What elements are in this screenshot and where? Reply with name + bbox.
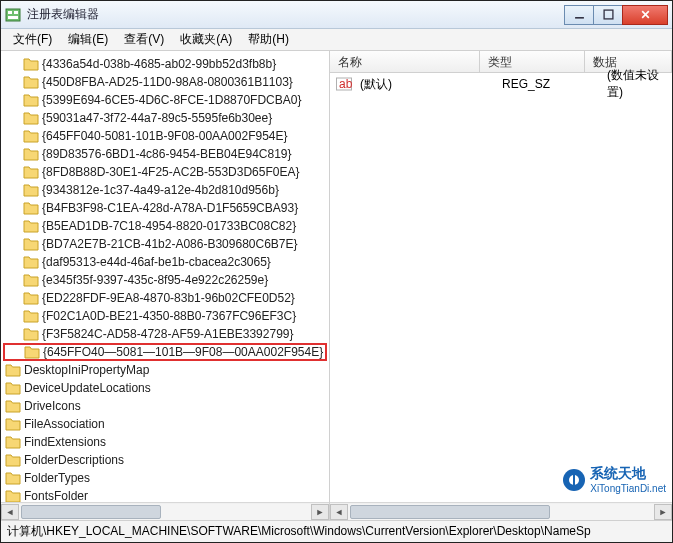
folder-icon — [24, 344, 40, 360]
svg-rect-5 — [604, 10, 613, 19]
svg-rect-0 — [6, 9, 20, 21]
folder-icon — [23, 110, 39, 126]
menu-file[interactable]: 文件(F) — [7, 29, 58, 50]
tree-item[interactable]: {4336a54d-038b-4685-ab02-99bb52d3fb8b} — [3, 55, 327, 73]
value-pane: 名称 类型 数据 ab(默认)REG_SZ(数值未设置) ◄ ► 系统天地 Xi… — [330, 51, 672, 520]
left-h-scrollbar[interactable]: ◄ ► — [1, 502, 329, 520]
svg-rect-11 — [573, 474, 575, 486]
folder-icon — [23, 182, 39, 198]
folder-icon — [23, 128, 39, 144]
folder-icon — [5, 380, 21, 396]
right-h-scrollbar[interactable]: ◄ ► — [330, 502, 672, 520]
tree-item[interactable]: {9343812e-1c37-4a49-a12e-4b2d810d956b} — [3, 181, 327, 199]
tree-item[interactable]: {F02C1A0D-BE21-4350-88B0-7367FC96EF3C} — [3, 307, 327, 325]
tree-label: {59031a47-3f72-44a7-89c5-5595fe6b30ee} — [42, 111, 272, 125]
registry-tree[interactable]: {4336a54d-038b-4685-ab02-99bb52d3fb8b}{4… — [1, 51, 329, 502]
scroll-left-button[interactable]: ◄ — [330, 504, 348, 520]
folder-icon — [5, 452, 21, 468]
tree-item[interactable]: FolderDescriptions — [3, 451, 327, 469]
tree-item[interactable]: DesktopIniPropertyMap — [3, 361, 327, 379]
tree-label: {F02C1A0D-BE21-4350-88B0-7367FC96EF3C} — [42, 309, 296, 323]
scroll-left-button[interactable]: ◄ — [1, 504, 19, 520]
tree-label: {8FD8B88D-30E1-4F25-AC2B-553D3D65F0EA} — [42, 165, 299, 179]
tree-label: FolderDescriptions — [24, 453, 124, 467]
regedit-window: 注册表编辑器 文件(F) 编辑(E) 查看(V) 收藏夹(A) 帮助(H) {4… — [0, 0, 673, 543]
content-area: {4336a54d-038b-4685-ab02-99bb52d3fb8b}{4… — [1, 51, 672, 520]
tree-label: FontsFolder — [24, 489, 88, 502]
tree-label: {e345f35f-9397-435c-8f95-4e922c26259e} — [42, 273, 268, 287]
svg-rect-3 — [8, 16, 18, 19]
value-data: (数值未设置) — [603, 67, 672, 101]
col-header-name[interactable]: 名称 — [330, 51, 480, 72]
tree-label: {645FF040-5081-101B-9F08-00AA002F954E} — [42, 129, 288, 143]
tree-label: FindExtensions — [24, 435, 106, 449]
tree-item[interactable]: {F3F5824C-AD58-4728-AF59-A1EBE3392799} — [3, 325, 327, 343]
scroll-thumb[interactable] — [21, 505, 161, 519]
tree-item[interactable]: {89D83576-6BD1-4c86-9454-BEB04E94C819} — [3, 145, 327, 163]
watermark-text: 系统天地 — [590, 465, 666, 483]
tree-item[interactable]: DeviceUpdateLocations — [3, 379, 327, 397]
value-name: (默认) — [356, 76, 498, 93]
value-row[interactable]: ab(默认)REG_SZ(数值未设置) — [330, 75, 672, 93]
tree-label: {ED228FDF-9EA8-4870-83b1-96b02CFE0D52} — [42, 291, 295, 305]
close-button[interactable] — [622, 5, 668, 25]
scroll-track[interactable] — [348, 504, 654, 520]
folder-icon — [23, 290, 39, 306]
folder-icon — [23, 254, 39, 270]
status-path: 计算机\HKEY_LOCAL_MACHINE\SOFTWARE\Microsof… — [7, 523, 591, 540]
scroll-thumb[interactable] — [350, 505, 550, 519]
tree-label: {89D83576-6BD1-4c86-9454-BEB04E94C819} — [42, 147, 292, 161]
folder-icon — [23, 146, 39, 162]
tree-item[interactable]: {e345f35f-9397-435c-8f95-4e922c26259e} — [3, 271, 327, 289]
tree-item[interactable]: FontsFolder — [3, 487, 327, 502]
tree-item[interactable]: {8FD8B88D-30E1-4F25-AC2B-553D3D65F0EA} — [3, 163, 327, 181]
menu-edit[interactable]: 编辑(E) — [62, 29, 114, 50]
folder-icon — [5, 470, 21, 486]
folder-icon — [23, 164, 39, 180]
tree-label: {B5EAD1DB-7C18-4954-8820-01733BC08C82} — [42, 219, 296, 233]
menu-help[interactable]: 帮助(H) — [242, 29, 295, 50]
tree-item[interactable]: {5399E694-6CE5-4D6C-8FCE-1D8870FDCBA0} — [3, 91, 327, 109]
folder-icon — [5, 362, 21, 378]
tree-item[interactable]: FolderTypes — [3, 469, 327, 487]
statusbar: 计算机\HKEY_LOCAL_MACHINE\SOFTWARE\Microsof… — [1, 520, 672, 542]
titlebar: 注册表编辑器 — [1, 1, 672, 29]
tree-label: {BD7A2E7B-21CB-41b2-A086-B309680C6B7E} — [42, 237, 298, 251]
menu-view[interactable]: 查看(V) — [118, 29, 170, 50]
minimize-button[interactable] — [564, 5, 594, 25]
tree-item[interactable]: {59031a47-3f72-44a7-89c5-5595fe6b30ee} — [3, 109, 327, 127]
tree-item[interactable]: {daf95313-e44d-46af-be1b-cbacea2c3065} — [3, 253, 327, 271]
tree-item[interactable]: FileAssociation — [3, 415, 327, 433]
tree-item[interactable]: {B5EAD1DB-7C18-4954-8820-01733BC08C82} — [3, 217, 327, 235]
svg-rect-1 — [8, 11, 12, 14]
tree-item-highlighted[interactable]: {645FFO40—5081—101B—9F08—00AA002F954E} — [3, 343, 327, 361]
svg-text:ab: ab — [339, 77, 352, 91]
tree-item[interactable]: {ED228FDF-9EA8-4870-83b1-96b02CFE0D52} — [3, 289, 327, 307]
tree-label: {645FFO40—5081—101B—9F08—00AA002F954E} — [43, 345, 323, 359]
tree-label: {9343812e-1c37-4a49-a12e-4b2d810d956b} — [42, 183, 279, 197]
col-header-type[interactable]: 类型 — [480, 51, 585, 72]
folder-icon — [23, 56, 39, 72]
scroll-right-button[interactable]: ► — [311, 504, 329, 520]
folder-icon — [5, 416, 21, 432]
watermark-url: XiTongTianDi.net — [590, 483, 666, 494]
tree-item[interactable]: {450D8FBA-AD25-11D0-98A8-0800361B1103} — [3, 73, 327, 91]
tree-label: DriveIcons — [24, 399, 81, 413]
folder-icon — [23, 92, 39, 108]
maximize-button[interactable] — [593, 5, 623, 25]
folder-icon — [5, 434, 21, 450]
menu-favorites[interactable]: 收藏夹(A) — [174, 29, 238, 50]
scroll-right-button[interactable]: ► — [654, 504, 672, 520]
scroll-track[interactable] — [19, 504, 311, 520]
tree-item[interactable]: DriveIcons — [3, 397, 327, 415]
tree-label: {daf95313-e44d-46af-be1b-cbacea2c3065} — [42, 255, 271, 269]
tree-item[interactable]: {BD7A2E7B-21CB-41b2-A086-B309680C6B7E} — [3, 235, 327, 253]
value-list[interactable]: ab(默认)REG_SZ(数值未设置) — [330, 73, 672, 95]
watermark: 系统天地 XiTongTianDi.net — [562, 465, 666, 494]
tree-item[interactable]: {645FF040-5081-101B-9F08-00AA002F954E} — [3, 127, 327, 145]
tree-label: FolderTypes — [24, 471, 90, 485]
tree-item[interactable]: FindExtensions — [3, 433, 327, 451]
tree-item[interactable]: {B4FB3F98-C1EA-428d-A78A-D1F5659CBA93} — [3, 199, 327, 217]
tree-pane: {4336a54d-038b-4685-ab02-99bb52d3fb8b}{4… — [1, 51, 330, 520]
value-type: REG_SZ — [498, 77, 603, 91]
